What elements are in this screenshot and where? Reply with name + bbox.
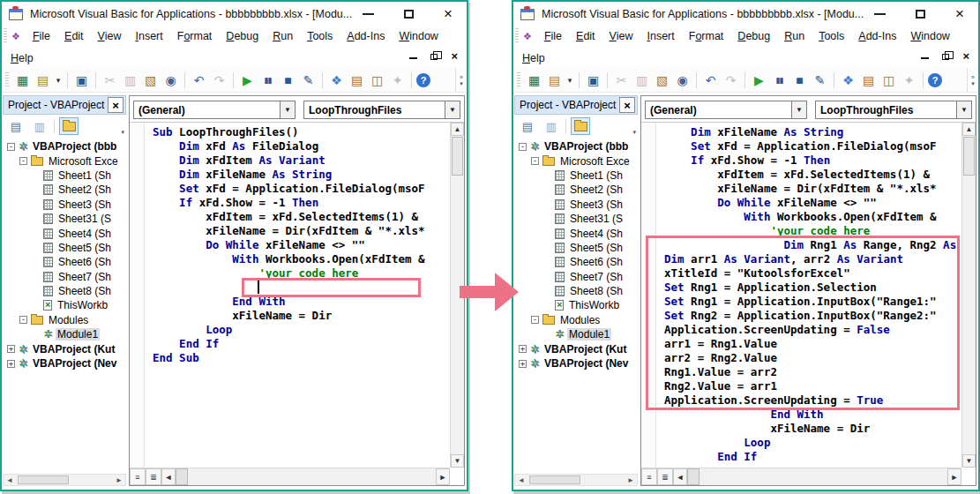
tree-item-sheet3-sh[interactable]: Sheet3 (Sh (4, 198, 125, 212)
scroll-right-icon[interactable]: ► (113, 475, 125, 485)
code-editor[interactable]: Dim xFileName As String Set xFd = Applic… (641, 123, 961, 468)
collapse-icon[interactable]: - (19, 157, 27, 165)
menu-tools[interactable]: Tools (300, 26, 340, 46)
expand-icon[interactable]: + (7, 360, 15, 368)
scroll-left-icon[interactable]: ◄ (673, 468, 687, 485)
menu-view[interactable]: View (602, 26, 640, 46)
tree-item-sheet31-s[interactable]: Sheet31 (S (4, 212, 125, 226)
help-icon[interactable]: ? (928, 73, 942, 87)
properties-window-icon[interactable]: ▤ (348, 71, 366, 89)
code-line[interactable]: Set xFd = Application.FileDialog(msoF (153, 182, 450, 196)
object-browser-icon[interactable]: ◫ (879, 71, 898, 89)
code-line[interactable]: Dim xFd As FileDialog (153, 139, 450, 153)
tree-item-vbaproject-bbb[interactable]: -VBAProject (bbb (515, 139, 637, 153)
menu-format[interactable]: Format (682, 26, 731, 46)
tree-item-sheet2-sh[interactable]: Sheet2 (Sh (4, 183, 125, 197)
find-icon[interactable]: ◉ (161, 71, 180, 89)
code-line[interactable]: xFdItem = xFd.SelectedItems(1) & (664, 168, 961, 182)
full-module-view-icon[interactable]: ≣ (146, 468, 161, 485)
design-mode-icon[interactable]: ✎ (299, 71, 318, 89)
scroll-thumb[interactable] (687, 468, 699, 485)
tree-item-sheet1-sh[interactable]: Sheet1 (Sh (515, 168, 637, 183)
tree-item-sheet4-sh[interactable]: Sheet4 (Sh (515, 226, 637, 240)
menu-window[interactable]: Window (903, 26, 956, 46)
code-line[interactable]: Set xFd = Application.FileDialog(msoF (664, 139, 961, 153)
project-explorer-icon[interactable]: ❖ (327, 71, 346, 89)
tree-item-vbaproject-kut[interactable]: +VBAProject (Kut (515, 341, 637, 356)
tree-item-sheet7-sh[interactable]: Sheet7 (Sh (515, 270, 637, 284)
save-icon[interactable]: ▣ (72, 71, 91, 89)
close-icon[interactable]: × (444, 9, 453, 19)
expand-icon[interactable]: + (519, 345, 527, 353)
tree-item-vbaproject-bbb[interactable]: -VBAProject (bbb (4, 139, 125, 153)
project-toolbar-overflow[interactable]: ▾ (121, 129, 124, 136)
code-line[interactable]: Loop (664, 436, 961, 450)
tree-item-vbaproject-kut[interactable]: +VBAProject (Kut (4, 341, 125, 356)
code-editor[interactable]: Sub LoopThroughFiles() Dim xFd As FileDi… (130, 123, 450, 468)
scroll-left-icon[interactable]: ◄ (4, 475, 16, 485)
project-panel-header[interactable]: Project - VBAProject × (514, 95, 638, 115)
mdi-close-icon[interactable]: × (451, 52, 458, 61)
view-excel-icon[interactable]: ▦ (525, 71, 543, 89)
expand-icon[interactable]: + (519, 360, 527, 368)
properties-window-icon[interactable]: ▤ (859, 71, 878, 89)
tree-item-sheet2-sh[interactable]: Sheet2 (Sh (515, 183, 637, 197)
code-vscrollbar[interactable]: ▲ ▼ (961, 123, 976, 468)
code-line[interactable]: xFileName = Dir (664, 422, 961, 436)
view-excel-icon[interactable]: ▦ (13, 71, 32, 89)
code-line[interactable]: Dim xFileName As String (664, 125, 961, 139)
view-code-icon[interactable]: ▤ (6, 117, 26, 135)
save-icon[interactable]: ▣ (584, 71, 602, 89)
menu-format[interactable]: Format (170, 26, 220, 46)
tree-item-microsoft-exce[interactable]: -Microsoft Exce (515, 153, 637, 168)
toggle-folders-icon[interactable] (571, 117, 590, 135)
collapse-icon[interactable]: - (7, 143, 15, 151)
close-icon[interactable]: × (955, 9, 964, 19)
tree-item-thisworkb[interactable]: ThisWorkb (515, 298, 637, 312)
collapse-icon[interactable]: - (531, 316, 539, 324)
project-toolbar-overflow[interactable]: ▾ (632, 129, 636, 136)
menu-view[interactable]: View (91, 26, 129, 46)
maximize-icon[interactable] (916, 10, 925, 19)
view-object-icon[interactable]: ▥ (30, 117, 49, 135)
scroll-right-icon[interactable]: ► (947, 468, 961, 485)
menu-grip[interactable] (515, 28, 519, 44)
scroll-up-icon[interactable]: ▲ (962, 123, 976, 136)
collapse-icon[interactable]: - (531, 157, 539, 165)
code-line[interactable]: End If (153, 337, 450, 351)
tree-item-sheet5-sh[interactable]: Sheet5 (Sh (4, 241, 125, 255)
menu-run[interactable]: Run (266, 26, 300, 46)
procedure-dropdown[interactable]: LoopThroughFiles ▼ (815, 101, 972, 119)
insert-userform-dropdown-icon[interactable]: ▾ (54, 71, 63, 89)
chevron-down-icon[interactable]: ▼ (280, 101, 295, 118)
procedure-dropdown[interactable]: LoopThroughFiles ▼ (303, 101, 460, 119)
mdi-restore-icon[interactable] (942, 54, 949, 60)
menu-insert[interactable]: Insert (640, 26, 681, 46)
toolbar-overflow[interactable]: »▾ (967, 68, 978, 92)
break-icon[interactable]: ▮▮ (258, 71, 277, 89)
chevron-down-icon[interactable]: ▼ (956, 101, 971, 118)
project-hscrollbar[interactable]: ◄ ► (3, 474, 126, 486)
scroll-thumb[interactable] (18, 475, 69, 484)
code-line[interactable]: End If (664, 450, 961, 464)
object-browser-icon[interactable]: ◫ (368, 71, 386, 89)
menu-edit[interactable]: Edit (57, 26, 91, 46)
project-explorer-icon[interactable]: ❖ (839, 71, 857, 89)
menu-insert[interactable]: Insert (128, 26, 169, 46)
menu-add-ins[interactable]: Add-Ins (340, 26, 392, 46)
code-line[interactable]: Do While xFileName <> "" (664, 196, 961, 210)
code-line[interactable]: xFileName = Dir(xFdItem & "*.xls* (153, 224, 450, 238)
scroll-right-icon[interactable]: ► (625, 475, 637, 485)
scroll-down-icon[interactable]: ▼ (962, 454, 976, 468)
minimize-icon[interactable] (874, 13, 886, 15)
help-icon[interactable]: ? (416, 73, 430, 87)
procedure-view-icon[interactable]: ≡ (641, 468, 657, 485)
tree-item-modules[interactable]: -Modules (515, 313, 637, 327)
code-line[interactable]: End Sub (153, 351, 450, 365)
tree-item-module1[interactable]: Module1 (4, 327, 125, 341)
project-panel-header[interactable]: Project - VBAProject × (3, 95, 126, 115)
insert-userform-icon[interactable]: ▤ (34, 71, 52, 89)
menu-debug[interactable]: Debug (730, 26, 777, 46)
code-line[interactable]: If xFd.Show = -1 Then (153, 196, 450, 210)
tree-item-sheet3-sh[interactable]: Sheet3 (Sh (515, 198, 637, 212)
